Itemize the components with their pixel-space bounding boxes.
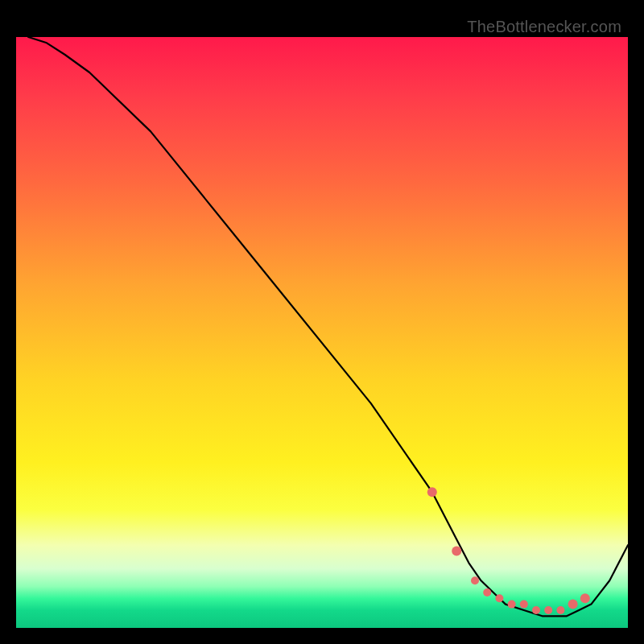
highlight-dot — [532, 606, 540, 614]
highlight-markers — [427, 487, 590, 614]
highlight-dot — [483, 588, 491, 597]
highlight-dot — [427, 487, 437, 497]
highlight-dot — [580, 593, 590, 603]
highlight-dot — [520, 601, 528, 609]
highlight-dot — [556, 606, 564, 614]
watermark-text: TheBottlenecker.com — [467, 18, 621, 36]
highlight-dot — [544, 606, 552, 614]
highlight-dot — [508, 601, 516, 609]
plot-area — [16, 37, 628, 628]
highlight-dot — [471, 576, 479, 584]
highlight-dot — [495, 594, 503, 602]
highlight-dot — [452, 547, 461, 556]
highlight-dot — [568, 600, 578, 609]
bottleneck-curve — [28, 37, 628, 616]
chart-frame: TheBottlenecker.com — [16, 16, 628, 628]
chart-svg — [16, 37, 628, 628]
